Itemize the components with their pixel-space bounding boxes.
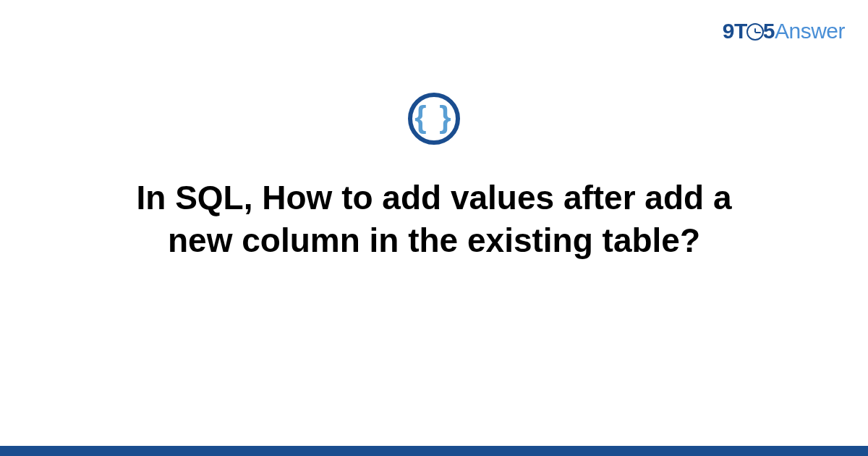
main-content: { } In SQL, How to add values after add … [0, 93, 868, 262]
logo-five: 5 [763, 19, 775, 43]
code-braces-icon: { } [414, 102, 453, 132]
logo-answer: Answer [775, 19, 845, 43]
topic-badge: { } [408, 93, 460, 145]
site-logo[interactable]: 9T5Answer [723, 19, 845, 43]
question-title: In SQL, How to add values after add a ne… [101, 177, 767, 262]
clock-icon [746, 23, 764, 41]
footer-accent-bar [0, 446, 868, 456]
logo-t: T [734, 19, 747, 43]
logo-nine: 9 [723, 19, 734, 43]
